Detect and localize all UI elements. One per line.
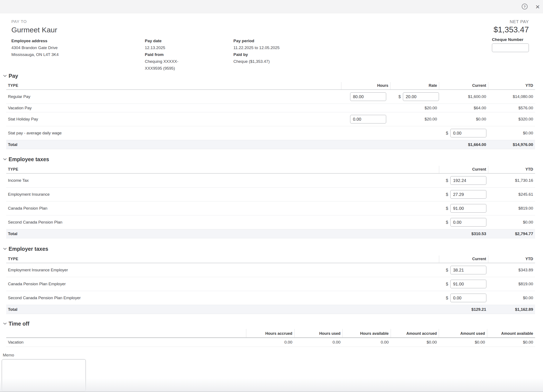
table-row-canada-pension-plan-employer: Canada Pension Plan Employer $ $819.00 [6, 277, 535, 291]
ytd-value: $320.00 [488, 117, 535, 121]
ytd-value: $14,080.00 [488, 94, 535, 99]
payee-name: Gurmeet Kaur [11, 26, 529, 34]
top-bar: ? × [0, 0, 543, 13]
col-header-current: Current [439, 255, 488, 263]
current-cell: $ [439, 266, 488, 274]
table-row-vacation: Vacation 0.00 0.00 0.00 $0.00 $0.00 $0.0… [6, 338, 535, 347]
pay-to-label: PAY TO [11, 19, 529, 24]
cheque-number-input[interactable] [492, 44, 529, 52]
col-header-type: TYPE [6, 82, 341, 89]
table-row-employment-insurance: Employment Insurance $ $245.61 [6, 188, 535, 201]
employer-taxes-table: TYPE Current YTD Employment Insurance Em… [6, 255, 535, 314]
section-toggle-pay[interactable]: Pay [3, 72, 543, 79]
ytd-value: $819.00 [488, 282, 535, 286]
col-header-ytd: YTD [488, 255, 535, 263]
current-cell: $ [439, 218, 488, 226]
employment-insurance-employer-input[interactable] [450, 266, 486, 274]
row-type: Regular Pay [6, 94, 341, 99]
net-pay-amount: $1,353.47 [492, 25, 529, 34]
col-header-type: TYPE [6, 166, 439, 173]
current-cell: $ [439, 129, 488, 137]
rate-cell: $ [390, 92, 439, 101]
canada-pension-plan-employer-input[interactable] [450, 280, 486, 288]
current-cell: $ [439, 190, 488, 199]
col-header-ytd: YTD [488, 82, 535, 89]
stat-avg-daily-wage-input[interactable] [450, 129, 486, 137]
table-row-employment-insurance-employer: Employment Insurance Employer $ $343.89 [6, 263, 535, 277]
pay-period-value: 11.22.2025 to 12.05.2025 [233, 44, 280, 51]
employee-address-label: Employee address [11, 38, 145, 44]
chevron-down-icon [3, 323, 7, 325]
section-title-employee-taxes: Employee taxes [9, 156, 49, 163]
income-tax-input[interactable] [450, 176, 486, 185]
current-cell: $ [439, 204, 488, 213]
help-icon[interactable]: ? [522, 4, 527, 9]
ytd-value: $343.89 [488, 268, 535, 272]
row-type: Employment Insurance Employer [6, 268, 439, 272]
pay-table-header: TYPE Hours Rate Current YTD [6, 82, 535, 90]
employee-address-line2: Mississauga, ON L4T 3K4 [11, 51, 145, 58]
table-row-second-canada-pension-plan-employer: Second Canada Pension Plan Employer $ $0… [6, 291, 535, 305]
employee-address-block: Employee address 4304 Brandon Gate Drive… [11, 38, 145, 72]
col-header-hours-used: Hours used [294, 329, 343, 337]
employment-insurance-input[interactable] [450, 190, 486, 199]
hours-cell [341, 92, 390, 101]
close-icon[interactable]: × [534, 3, 541, 10]
ytd-value: $0.00 [488, 296, 535, 300]
section-toggle-time-off[interactable]: Time off [3, 320, 543, 327]
regular-pay-hours-input[interactable] [350, 92, 386, 101]
regular-pay-rate-input[interactable] [403, 92, 439, 101]
table-row-canada-pension-plan: Canada Pension Plan $ $819.00 [6, 201, 535, 215]
dollar-prefix: $ [446, 296, 448, 300]
employer-taxes-header: TYPE Current YTD [6, 255, 535, 263]
table-row-second-canada-pension-plan: Second Canada Pension Plan $ $0.00 [6, 215, 535, 229]
net-pay-block: NET PAY $1,353.47 Cheque Number [492, 19, 529, 52]
stat-holiday-hours-input[interactable] [350, 115, 386, 123]
paycheque-editor: ? × PAY TO Gurmeet Kaur Employee address… [0, 0, 543, 392]
col-header-hours-accrued: Hours accrued [246, 329, 294, 337]
canada-pension-plan-input[interactable] [450, 204, 486, 213]
pay-period-paid-by-block: Pay period 11.22.2025 to 12.05.2025 Paid… [233, 38, 280, 72]
cheque-number-label: Cheque Number [492, 37, 529, 42]
chevron-down-icon [3, 158, 7, 160]
total-label: Total [6, 307, 439, 312]
section-toggle-employer-taxes[interactable]: Employer taxes [3, 245, 543, 253]
row-type: Stat Holiday Pay [6, 117, 341, 121]
ytd-value: $245.61 [488, 192, 535, 197]
employee-taxes-header: TYPE Current YTD [6, 166, 535, 174]
ytd-value: $819.00 [488, 206, 535, 211]
total-ytd: $14,976.00 [488, 142, 535, 147]
employee-taxes-total-row: Total $310.53 $2,794.77 [6, 229, 535, 238]
section-title-employer-taxes: Employer taxes [9, 245, 48, 253]
amount-accrued-value: $0.00 [391, 340, 439, 345]
total-ytd: $2,794.77 [488, 232, 535, 236]
amount-used-value: $0.00 [439, 340, 487, 345]
ytd-value: $0.00 [488, 220, 535, 225]
col-header-ytd: YTD [488, 166, 535, 173]
section-toggle-employee-taxes[interactable]: Employee taxes [3, 156, 543, 163]
row-type: Vacation [6, 340, 246, 345]
section-title-time-off: Time off [9, 320, 29, 327]
total-label: Total [6, 142, 341, 147]
hours-cell [341, 115, 390, 123]
pay-total-row: Total $1,664.00 $14,976.00 [6, 140, 535, 149]
table-row-stat-pay-average-daily-wage: Stat pay - average daily wage $ $0.00 [6, 126, 535, 140]
dollar-prefix: $ [398, 94, 401, 99]
memo-input[interactable] [2, 359, 86, 391]
rate-value: $20.00 [390, 117, 439, 121]
col-header-amount-available: Amount available [487, 329, 535, 337]
col-header-rate: Rate [390, 82, 439, 89]
pay-period-label: Pay period [233, 38, 280, 44]
table-row-vacation-pay: Vacation Pay $20.00 $64.00 $576.00 [6, 104, 535, 112]
employer-taxes-total-row: Total $129.21 $1,162.89 [6, 305, 535, 314]
dollar-prefix: $ [446, 220, 448, 225]
employee-taxes-table: TYPE Current YTD Income Tax $ $1,730.16 … [6, 166, 535, 238]
current-value: $0.00 [439, 117, 488, 121]
second-canada-pension-plan-employer-input[interactable] [450, 294, 486, 302]
second-canada-pension-plan-input[interactable] [450, 218, 486, 226]
pay-date-value: 12.13.2025 [145, 44, 233, 51]
row-type: Second Canada Pension Plan Employer [6, 296, 439, 300]
total-current: $1,664.00 [439, 142, 488, 147]
col-header-current: Current [439, 82, 488, 89]
total-label: Total [6, 232, 439, 236]
